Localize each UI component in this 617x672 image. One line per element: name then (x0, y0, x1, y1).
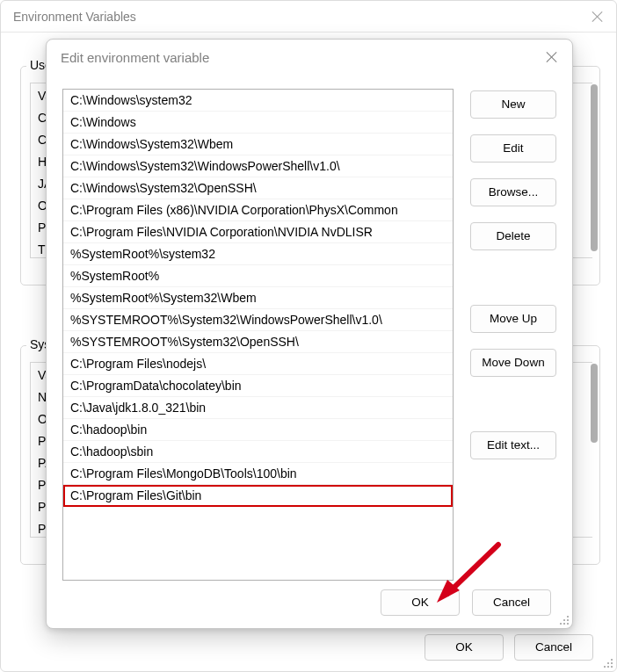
svg-point-1 (607, 662, 609, 664)
path-entry[interactable]: C:\Windows (63, 112, 453, 134)
edit-env-var-body: C:\Windows\system32C:\WindowsC:\Windows\… (62, 89, 558, 581)
path-entry[interactable]: %SystemRoot%\system32 (63, 243, 453, 265)
path-entry[interactable]: C:\Windows\system32 (63, 90, 453, 112)
env-vars-footer: OK Cancel (1, 634, 616, 661)
edit-env-var-footer: OK Cancel (47, 589, 572, 616)
delete-button[interactable]: Delete (470, 222, 556, 250)
side-button-column: New Edit Browse... Delete Move Up Move D… (470, 89, 558, 459)
svg-point-0 (611, 659, 613, 661)
child-cancel-button[interactable]: Cancel (472, 589, 551, 616)
path-entry[interactable]: C:\Windows\System32\OpenSSH\ (63, 177, 453, 199)
path-entry[interactable]: %SYSTEMROOT%\System32\WindowsPowerShell\… (63, 309, 453, 331)
path-entry[interactable]: C:\Program Files (x86)\NVIDIA Corporatio… (63, 199, 453, 221)
child-ok-button[interactable]: OK (381, 589, 460, 616)
browse-button[interactable]: Browse... (470, 178, 556, 206)
move-down-button[interactable]: Move Down (470, 349, 556, 377)
path-entry[interactable]: C:\Program Files\NVIDIA Corporation\NVID… (63, 221, 453, 243)
svg-point-5 (611, 666, 613, 668)
scrollbar-thumb[interactable] (591, 364, 598, 443)
path-entry[interactable]: %SYSTEMROOT%\System32\OpenSSH\ (63, 331, 453, 353)
path-entry[interactable]: C:\Java\jdk1.8.0_321\bin (63, 397, 453, 419)
edit-text-button[interactable]: Edit text... (470, 431, 556, 459)
svg-point-7 (563, 619, 565, 621)
edit-env-var-dialog: Edit environment variable C:\Windows\sys… (46, 39, 573, 629)
env-vars-title: Environment Variables (13, 10, 592, 24)
svg-point-10 (563, 623, 565, 625)
path-entry[interactable]: C:\hadoop\bin (63, 419, 453, 441)
env-vars-titlebar: Environment Variables (1, 1, 616, 33)
path-entry[interactable]: %SystemRoot%\System32\Wbem (63, 287, 453, 309)
close-icon[interactable] (592, 11, 604, 23)
svg-point-6 (567, 616, 569, 618)
edit-button[interactable]: Edit (470, 134, 556, 163)
move-up-button[interactable]: Move Up (470, 305, 556, 333)
scrollbar[interactable] (590, 363, 599, 537)
parent-ok-button[interactable]: OK (425, 634, 504, 661)
svg-point-9 (560, 623, 562, 625)
parent-cancel-button[interactable]: Cancel (514, 634, 593, 661)
scrollbar[interactable] (590, 83, 599, 257)
resize-grip-icon[interactable] (601, 656, 613, 668)
svg-point-2 (611, 662, 613, 664)
path-listbox[interactable]: C:\Windows\system32C:\WindowsC:\Windows\… (62, 89, 454, 581)
path-entry[interactable]: C:\Program Files\Git\bin (63, 485, 453, 507)
path-entry[interactable]: C:\hadoop\sbin (63, 441, 453, 463)
svg-point-11 (567, 623, 569, 625)
svg-point-8 (567, 619, 569, 621)
path-entry[interactable]: C:\Program Files\nodejs\ (63, 353, 453, 375)
new-button[interactable]: New (470, 90, 556, 119)
edit-env-var-titlebar: Edit environment variable (47, 40, 572, 75)
scrollbar-thumb[interactable] (591, 84, 598, 251)
path-entry[interactable]: %SystemRoot% (63, 265, 453, 287)
svg-point-3 (604, 666, 606, 668)
path-entry[interactable]: C:\Windows\System32\Wbem (63, 134, 453, 155)
path-entry[interactable]: C:\Windows\System32\WindowsPowerShell\v1… (63, 155, 453, 177)
close-icon[interactable] (546, 51, 558, 63)
edit-env-var-title: Edit environment variable (61, 50, 546, 65)
path-entry[interactable]: C:\ProgramData\chocolatey\bin (63, 375, 453, 397)
path-entry[interactable]: C:\Program Files\MongoDB\Tools\100\bin (63, 463, 453, 485)
resize-grip-icon[interactable] (557, 613, 570, 625)
svg-point-4 (607, 666, 609, 668)
